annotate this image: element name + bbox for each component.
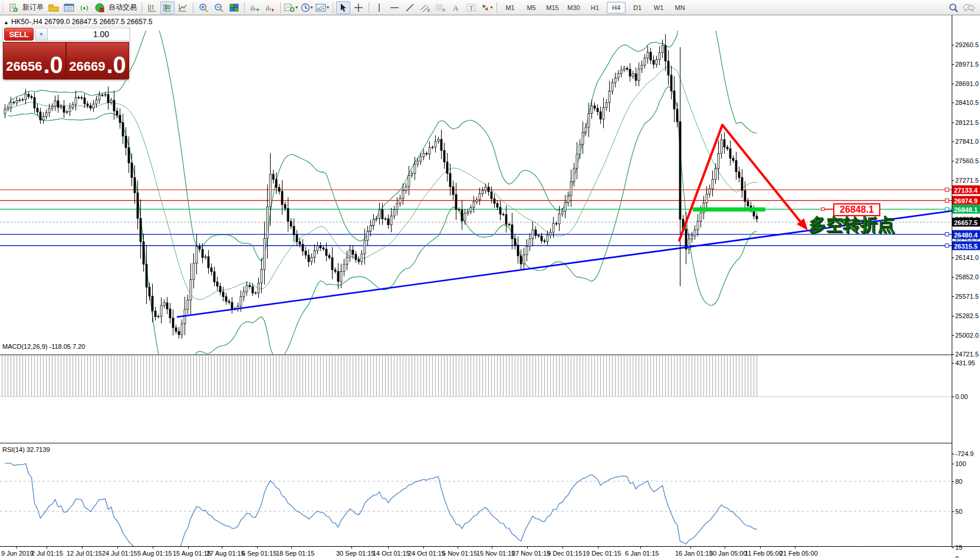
timeframe-W1[interactable]: W1	[649, 2, 668, 14]
one-click-trading-panel: SELL ▼ ▲ BUY 26656 .0 26669 .0	[2, 26, 130, 80]
timeframe-MN[interactable]: MN	[670, 2, 689, 14]
svg-text:T: T	[469, 4, 473, 11]
macd-tick: -724.9	[955, 450, 974, 457]
cursor-icon[interactable]	[336, 1, 350, 14]
signals-icon[interactable]	[77, 1, 91, 14]
time-tick: 9 Jun 2019	[1, 550, 33, 557]
auto-trading-icon[interactable]	[93, 1, 107, 14]
timeframe-M5[interactable]: M5	[522, 2, 541, 14]
indicators-icon[interactable]: ▾	[284, 1, 298, 14]
time-tick: 30 Sep 01:15	[336, 550, 374, 557]
rsi-line[interactable]	[0, 460, 952, 546]
sell-button[interactable]: SELL	[4, 28, 34, 41]
panel-separator[interactable]	[0, 443, 952, 444]
volume-decrease-button[interactable]: ▼	[35, 28, 48, 41]
candlestick-type-icon[interactable]	[160, 1, 175, 14]
time-tick: 27 Aug 01:15	[206, 550, 245, 557]
toolbar-grip	[1, 3, 5, 12]
macd-tick: 0.00	[955, 393, 968, 400]
svg-text:E: E	[427, 8, 430, 12]
text-label-tool-icon[interactable]: T	[464, 1, 478, 14]
arrows-tool-icon[interactable]: ▾	[479, 1, 494, 14]
rsi-tick: 15	[955, 544, 962, 551]
main-price-plot[interactable]	[0, 31, 952, 356]
sell-price[interactable]: 26656 .0	[4, 42, 65, 79]
timeframe-H4[interactable]: H4	[607, 2, 626, 14]
price-marker: 27133.4	[952, 186, 980, 194]
chart-profile-icon[interactable]	[47, 1, 61, 14]
time-tick: 19 Dec 01:15	[583, 550, 621, 557]
timeframe-M1[interactable]: M1	[501, 2, 519, 14]
price-marker: 26480.4	[952, 230, 980, 239]
price-tick: 25571.5	[955, 293, 979, 300]
zoom-in-icon[interactable]	[196, 1, 211, 14]
market-watch-icon[interactable]	[62, 1, 76, 14]
time-tick: 21 Feb 05:00	[780, 550, 818, 557]
equidistant-channel-tool-icon[interactable]: E	[418, 1, 432, 14]
chart-window[interactable]: 29260.528971.528691.028410.528121.527841…	[0, 15, 980, 558]
templates-icon[interactable]: ▾	[315, 1, 330, 14]
price-tick: 27560.5	[955, 157, 979, 164]
ohlc-values: 26799.0 26847.5 26657.5 26657.5	[44, 18, 153, 26]
price-marker: 26657.5	[952, 218, 980, 227]
price-tick: 28971.5	[955, 61, 979, 68]
tile-windows-icon[interactable]	[227, 1, 241, 14]
timeframe-H1[interactable]: H1	[586, 2, 604, 14]
svg-text:A: A	[453, 4, 459, 12]
price-marker: 26974.9	[952, 196, 980, 205]
time-tick: 27 Nov 01:15	[512, 550, 550, 557]
vertical-line-tool-icon[interactable]	[372, 1, 386, 14]
auto-trading-button[interactable]: 自动交易	[108, 2, 137, 12]
price-tick: 28410.5	[955, 99, 979, 106]
price-tick: 28121.5	[955, 119, 979, 126]
crosshair-icon[interactable]	[351, 1, 366, 14]
time-tick: 2 Jul 01:15	[31, 550, 63, 557]
timeframe-D1[interactable]: D1	[628, 2, 647, 14]
price-axis-line	[952, 15, 952, 546]
svg-text:F: F	[443, 8, 445, 12]
price-tick: 24721.5	[955, 351, 979, 358]
time-tick: 24 Jul 01:15	[102, 550, 137, 557]
time-tick: 6 Jan 01:15	[625, 550, 659, 557]
auto-scroll-icon[interactable]	[248, 1, 262, 14]
rsi-plot[interactable]	[0, 460, 952, 549]
zoom-out-icon[interactable]	[212, 1, 226, 14]
buy-price[interactable]: 26669 .0	[67, 42, 129, 79]
collapse-arrow-icon[interactable]: ▲	[4, 19, 9, 25]
price-tick: 29260.5	[955, 41, 979, 48]
bar-chart-type-icon[interactable]	[145, 1, 159, 14]
time-tick: 6 Sep 01:15	[242, 550, 277, 557]
trendline-tool-icon[interactable]	[403, 1, 417, 14]
periods-icon[interactable]: ▾	[300, 1, 314, 14]
price-tick: 25282.5	[955, 312, 979, 319]
time-tick: 18 Sep 01:15	[276, 550, 314, 557]
time-tick: 16 Jan 01:15	[675, 550, 713, 557]
timeframe-M15[interactable]: M15	[543, 2, 562, 14]
line-chart-type-icon[interactable]	[176, 1, 190, 14]
toolbar: 新订单 自动交易	[0, 0, 980, 15]
mt4-terminal: 新订单 自动交易	[0, 0, 980, 558]
time-axis-line	[0, 546, 980, 547]
search-icon[interactable]	[946, 1, 961, 14]
time-tick: 9 Dec 01:15	[547, 550, 582, 557]
text-tool-icon[interactable]: A	[449, 1, 463, 14]
fibonacci-tool-icon[interactable]: F	[433, 1, 448, 14]
time-tick: 15 Nov 01:15	[476, 550, 515, 557]
time-tick: 24 Oct 01:15	[408, 550, 445, 557]
price-tick: 27271.5	[955, 177, 979, 184]
chart-shift-icon[interactable]	[263, 1, 277, 14]
time-tick: 14 Oct 01:15	[373, 550, 410, 557]
volume-input[interactable]	[48, 28, 130, 41]
rsi-tick: 0	[955, 555, 959, 558]
price-tick: 28691.0	[955, 80, 979, 87]
timeframe-M30[interactable]: M30	[564, 2, 583, 14]
horizontal-line-tool-icon[interactable]	[387, 1, 402, 14]
turning-point-annotation[interactable]: 多空转折点	[809, 213, 895, 237]
candlestick-chart[interactable]	[0, 31, 952, 354]
chat-icon[interactable]	[962, 1, 976, 14]
new-order-icon[interactable]	[6, 1, 21, 14]
price-tick: 26141.0	[955, 254, 979, 261]
time-tick: 30 Jan 05:00	[709, 550, 747, 557]
new-order-button[interactable]: 新订单	[22, 2, 44, 12]
rsi-tick: 50	[955, 508, 962, 515]
